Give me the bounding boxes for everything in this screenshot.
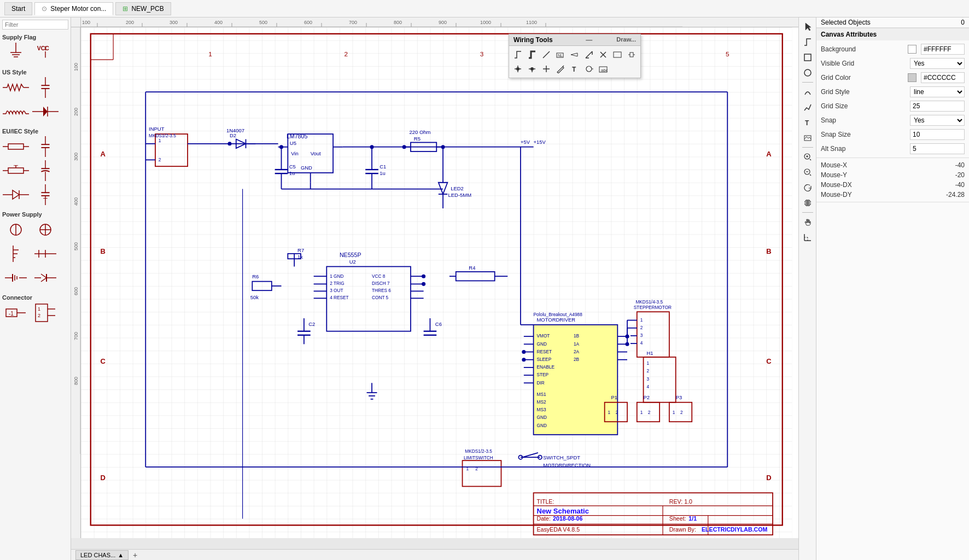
svg-line-59 <box>41 274 46 278</box>
bus-tool[interactable] <box>526 48 539 61</box>
schematic-canvas[interactable]: A B C D A B C D 1 2 3 4 5 <box>81 27 798 538</box>
junction-tool[interactable] <box>511 62 524 75</box>
zener-us-symbol[interactable] <box>32 101 59 122</box>
grid-color-input[interactable] <box>921 72 965 83</box>
supply-gnd-symbol[interactable] <box>2 42 30 63</box>
supply-vcc-symbol[interactable]: VCC <box>32 42 59 63</box>
capacitor-eu-symbol[interactable] <box>32 136 59 158</box>
svg-text:2: 2 <box>648 410 651 415</box>
image-draw-tool[interactable] <box>801 131 815 145</box>
svg-text:1u: 1u <box>289 170 295 176</box>
component-tool[interactable] <box>625 48 638 61</box>
bottom-add-button[interactable]: + <box>133 551 137 559</box>
zoom-out-tool[interactable] <box>801 165 815 179</box>
wiring-tools-minimize[interactable]: — <box>586 36 592 44</box>
snap-select[interactable]: Yes No <box>910 115 965 126</box>
svg-point-224 <box>422 275 425 278</box>
svg-text:400: 400 <box>214 20 223 25</box>
svg-text:1A: 1A <box>574 342 580 347</box>
polyline-draw-tool[interactable] <box>801 100 815 114</box>
svg-text:4: 4 <box>646 384 649 389</box>
diode-eu-symbol[interactable] <box>2 184 30 206</box>
arc-draw-tool[interactable] <box>801 85 815 99</box>
svg-text:1: 1 <box>673 410 675 415</box>
pwr4-symbol[interactable] <box>32 243 59 265</box>
pwr6-symbol[interactable] <box>32 267 59 289</box>
text-draw-tool[interactable]: T <box>801 115 815 130</box>
pwr2-symbol[interactable] <box>32 219 59 241</box>
grid-style-select[interactable]: line dot <box>910 86 965 97</box>
svg-text:220 Ohm: 220 Ohm <box>410 129 431 135</box>
draw-divider2 <box>802 147 813 148</box>
cursor-tool[interactable] <box>801 20 815 34</box>
power-supply-label: Power Supply <box>2 210 68 219</box>
corner-tool[interactable] <box>801 230 815 244</box>
svg-text:300: 300 <box>73 153 79 161</box>
visible-grid-select[interactable]: Yes No <box>910 58 965 69</box>
svg-text:A: A <box>766 150 772 158</box>
inductor-us-symbol[interactable] <box>2 101 30 122</box>
resistor-eu2-symbol[interactable] <box>2 160 30 182</box>
grid-size-input[interactable] <box>910 101 965 112</box>
supply-flag-items: VCC <box>2 42 68 63</box>
svg-text:1: 1 <box>640 410 643 415</box>
annotation-tool[interactable]: abc <box>597 62 610 75</box>
junction2-tool[interactable] <box>526 62 539 75</box>
capacitor-eu2-symbol[interactable] <box>32 160 59 182</box>
pwr1-symbol[interactable] <box>2 219 30 241</box>
conn1-symbol[interactable]: -1 <box>2 302 30 324</box>
bottom-tab-led[interactable]: LED CHAS... ▲ <box>75 550 129 560</box>
drawing-tools-panel: T <box>798 18 816 560</box>
line-tool[interactable] <box>540 48 553 61</box>
hand-tool[interactable] <box>801 215 815 229</box>
conn2-symbol[interactable]: 1 2 <box>32 302 59 324</box>
flip-tool[interactable] <box>801 196 815 210</box>
sidebar-section-eu-style: EU/IEC Style <box>2 127 68 209</box>
mouse-y-label: Mouse-Y <box>821 171 865 179</box>
sidebar-filter-input[interactable] <box>2 20 68 30</box>
canvas-wrapper[interactable]: 100 200 300 400 500 600 700 800 900 1000… <box>71 18 798 549</box>
mouse-dy-value: -24.28 <box>946 191 965 199</box>
svg-text:MOTORDRIVER: MOTORDRIVER <box>537 317 576 323</box>
rotate-tool[interactable] <box>801 180 815 195</box>
resistor-us-symbol[interactable] <box>2 77 30 98</box>
pwr3-symbol[interactable] <box>2 243 30 265</box>
cross-tool[interactable] <box>540 62 553 75</box>
netlabel-tool[interactable]: NL <box>554 48 567 61</box>
svg-text:ENABLE: ENABLE <box>537 365 555 370</box>
netlabel2-tool[interactable] <box>568 48 581 61</box>
svg-line-357 <box>810 159 811 160</box>
probe-tool[interactable] <box>582 62 596 75</box>
svg-text:P3: P3 <box>676 394 682 400</box>
supply-tool[interactable] <box>611 48 624 61</box>
alt-snap-input[interactable] <box>910 143 965 154</box>
background-color-input[interactable] <box>921 44 965 55</box>
rect-draw-tool[interactable] <box>801 50 815 65</box>
busentry-tool[interactable] <box>582 48 596 61</box>
canvas-attributes-label: Canvas Attributes <box>821 31 877 38</box>
wire-tool[interactable] <box>511 48 524 61</box>
wire-draw-tool[interactable] <box>801 35 815 49</box>
add-icon: + <box>133 551 137 559</box>
pencil-tool[interactable] <box>554 62 567 75</box>
us-style-items <box>2 77 68 122</box>
bottom-bar: LED CHAS... ▲ + <box>71 549 798 560</box>
circle-draw-tool[interactable] <box>801 66 815 80</box>
tab-newpcb[interactable]: ⊞ NEW_PCB <box>115 2 171 15</box>
tab-start[interactable]: Start <box>4 2 32 15</box>
snap-size-input[interactable] <box>910 129 965 140</box>
zoom-in-tool[interactable] <box>801 150 815 164</box>
text-wiring-tool[interactable]: T <box>568 62 581 75</box>
svg-text:LIMITSWITCH: LIMITSWITCH <box>464 456 493 460</box>
background-color-swatch[interactable] <box>908 45 917 54</box>
ruler-top: 100 200 300 400 500 600 700 800 900 1000… <box>81 18 798 27</box>
grid-color-swatch[interactable] <box>908 73 917 82</box>
pwr5-symbol[interactable] <box>2 267 30 289</box>
wiring-tools-header[interactable]: Wiring Tools — Draw... <box>509 34 640 46</box>
noconnect-tool[interactable] <box>597 48 610 61</box>
resistor-eu-symbol[interactable] <box>2 136 30 158</box>
capacitor-us-symbol[interactable] <box>32 77 59 98</box>
capacitor-eu3-symbol[interactable] <box>32 184 59 206</box>
tab-stepper[interactable]: ⊙ Steper Motor con... <box>34 2 113 15</box>
svg-text:SLEEP: SLEEP <box>537 357 552 362</box>
